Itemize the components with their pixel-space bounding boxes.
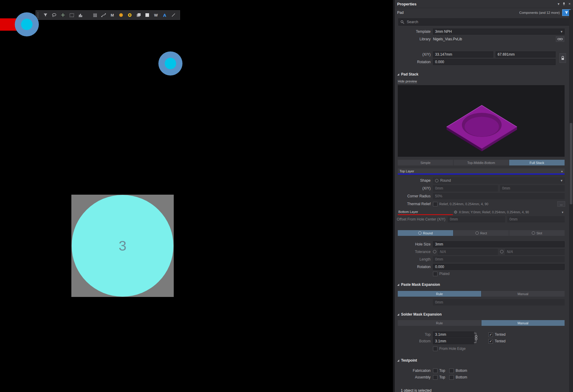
section-label: Testpoint <box>401 358 417 363</box>
fabrication-bottom-checkbox[interactable] <box>449 369 454 373</box>
search-icon <box>400 20 404 24</box>
section-pad-stack[interactable]: Pad Stack <box>395 72 573 77</box>
route-icon[interactable] <box>100 12 107 18</box>
dimension-icon[interactable]: W <box>153 12 159 18</box>
pad-3d-preview[interactable] <box>398 85 565 157</box>
collapse-triangle-icon <box>397 313 399 316</box>
tab-hole-rect[interactable]: Rect <box>453 230 509 236</box>
tab-paste-rule[interactable]: Rule <box>398 291 481 297</box>
plated-checkbox[interactable] <box>433 272 438 276</box>
rect-hole-icon <box>475 231 479 235</box>
assembly-bottom-checkbox[interactable] <box>449 375 454 380</box>
offset-x-field[interactable] <box>448 216 505 222</box>
assembly-bottom-label: Bottom <box>456 375 467 379</box>
template-value: 3mm NPH <box>435 29 452 34</box>
tab-top-middle-bottom[interactable]: Top-Middle-Bottom <box>453 160 509 165</box>
solder-top-field[interactable] <box>433 332 474 338</box>
tolerance-minus-icon <box>500 250 503 253</box>
tolerance-plus-field[interactable] <box>438 249 498 255</box>
scrollbar-thumb[interactable] <box>570 123 572 204</box>
fill-icon[interactable] <box>135 12 142 18</box>
tab-solder-manual[interactable]: Manual <box>481 320 565 326</box>
offset-label: Offset From Hole Center (X/Y) <box>395 217 445 221</box>
tab-paste-manual[interactable]: Manual <box>481 291 565 297</box>
pcb-canvas[interactable]: M W A 3 <box>0 0 393 392</box>
selection-box-icon[interactable] <box>68 12 75 18</box>
chevron-down-icon: ▾ <box>561 178 562 183</box>
tab-full-stack[interactable]: Full Stack <box>509 160 565 165</box>
top-layer-header[interactable]: Top Layer ▴ <box>398 168 565 174</box>
measure-icon[interactable]: M <box>109 12 116 18</box>
hole-size-label: Hole Size <box>395 242 431 246</box>
corner-radius-field[interactable] <box>433 193 565 199</box>
round-hole-icon <box>418 231 422 235</box>
hole-rotation-field[interactable] <box>433 264 565 270</box>
collapse-triangle-icon <box>397 284 399 286</box>
offset-y-field[interactable] <box>507 216 565 222</box>
tolerance-label: Tolerance <box>395 250 431 254</box>
tab-solder-rule[interactable]: Rule <box>398 320 481 326</box>
y-field[interactable] <box>496 51 556 57</box>
link-library-icon[interactable] <box>556 36 564 42</box>
rotation-field[interactable] <box>433 59 556 65</box>
shape-dropdown[interactable]: Round ▾ <box>433 177 565 184</box>
pcb-pad-small-1[interactable] <box>15 12 39 36</box>
corner-radius-label: Corner Radius <box>395 194 431 198</box>
shape-value: Round <box>440 178 451 183</box>
paste-mask-field[interactable] <box>433 299 565 305</box>
tented-top-checkbox[interactable]: ✓ <box>488 332 493 337</box>
panel-menu-caret-icon[interactable]: ▾ <box>558 2 559 6</box>
template-dropdown[interactable]: 3mm NPH ▾ <box>433 29 565 35</box>
from-hole-edge-checkbox[interactable] <box>433 347 438 351</box>
solder-bottom-field[interactable] <box>433 338 474 344</box>
pin-icon[interactable] <box>562 2 565 6</box>
thermal-more-button[interactable]: ... <box>557 201 565 207</box>
pcb-red-region[interactable] <box>0 18 17 31</box>
graph-icon[interactable] <box>77 12 84 18</box>
hide-preview-link[interactable]: Hide preview <box>398 79 417 83</box>
toolbar-drag-handle[interactable] <box>38 12 39 18</box>
text-icon[interactable]: A <box>161 12 168 18</box>
hole-rotation-label: Rotation <box>395 265 431 269</box>
layer-x-field[interactable] <box>433 185 498 191</box>
lasso-select-icon[interactable] <box>51 12 58 18</box>
pcb-pad-small-2[interactable] <box>158 51 182 76</box>
filter-icon[interactable] <box>42 12 49 18</box>
paste-mask-tabs: Rule Manual <box>398 291 565 297</box>
line-icon[interactable] <box>170 12 177 18</box>
tolerance-minus-field[interactable] <box>505 249 565 255</box>
tab-simple[interactable]: Simple <box>398 160 453 165</box>
section-solder-mask[interactable]: Solder Mask Expansion <box>395 312 573 317</box>
tented-bottom-label: Tented <box>495 339 506 343</box>
search-input[interactable] <box>406 20 567 24</box>
link-values-icon[interactable] <box>473 332 478 344</box>
length-field[interactable] <box>433 256 565 262</box>
round-shape-icon <box>454 211 457 214</box>
via-icon[interactable] <box>126 12 133 18</box>
close-icon[interactable]: × <box>568 2 571 6</box>
filter-scope-label[interactable]: Components (and 12 more) <box>519 11 560 14</box>
pad-icon[interactable] <box>118 12 124 18</box>
assembly-top-checkbox[interactable] <box>433 375 438 380</box>
solder-mask-tabs: Rule Manual <box>398 320 565 326</box>
x-field[interactable] <box>433 51 493 57</box>
pcb-pad-selected[interactable]: 3 <box>71 195 174 297</box>
thermal-relief-checkbox[interactable] <box>433 202 438 206</box>
section-testpoint[interactable]: Testpoint <box>395 358 573 363</box>
crosshair-icon[interactable] <box>60 12 66 18</box>
bottom-layer-header[interactable]: Bottom Layer X:0mm; Y:0mm; Relief, 0.254… <box>398 209 565 215</box>
tented-bottom-checkbox[interactable]: ✓ <box>488 339 493 344</box>
tab-hole-round[interactable]: Round <box>398 230 453 236</box>
tab-hole-slot[interactable]: Slot <box>509 230 565 236</box>
lock-icon[interactable] <box>559 53 566 63</box>
hole-size-field[interactable] <box>433 241 565 247</box>
layer-y-field[interactable] <box>500 185 565 191</box>
panel-scrollbar[interactable] <box>569 10 573 392</box>
bottom-layer-label: Bottom Layer <box>398 209 453 215</box>
section-paste-mask[interactable]: Paste Mask Expansion <box>395 282 573 287</box>
chevron-down-icon: ▾ <box>562 210 563 214</box>
pad-array-icon[interactable] <box>92 12 98 18</box>
layer-xy-label: (X/Y) <box>395 186 431 190</box>
fabrication-top-checkbox[interactable] <box>433 369 438 373</box>
region-icon[interactable] <box>144 12 151 18</box>
